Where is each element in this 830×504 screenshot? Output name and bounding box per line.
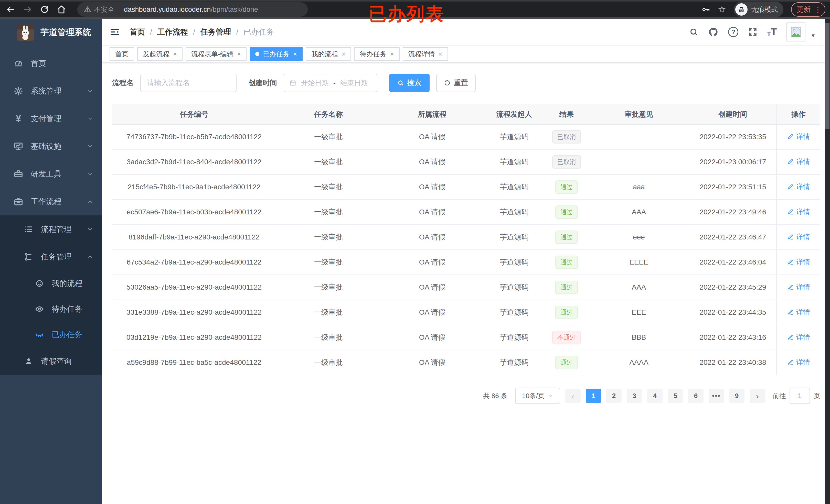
page-button-4[interactable]: 4 [647, 389, 663, 403]
forward-icon[interactable] [23, 5, 32, 14]
date-range-picker[interactable]: 开始日期 - 结束日期 [284, 74, 377, 92]
sidebar-item-leave-query[interactable]: 请假查询 [0, 347, 102, 375]
detail-link[interactable]: 详情 [787, 358, 810, 367]
goto-page-input[interactable] [790, 388, 810, 404]
page-button-2[interactable]: 2 [606, 389, 621, 403]
tab-流程详情[interactable]: 流程详情× [403, 47, 448, 61]
sidebar-item-home[interactable]: 首页 [0, 49, 102, 77]
search-icon[interactable] [689, 27, 698, 37]
detail-link[interactable]: 详情 [787, 132, 810, 141]
page-button-9[interactable]: 9 [729, 389, 744, 403]
task-name-cell: 一级审批 [276, 200, 381, 225]
help-icon[interactable]: ? [728, 27, 738, 37]
sidebar-item-system[interactable]: 系统管理 [0, 77, 102, 105]
breadcrumb-task-mgmt[interactable]: 任务管理 [200, 27, 231, 37]
sidebar-item-workflow[interactable]: 工作流程 [0, 188, 102, 215]
column-header: 流程发起人 [483, 104, 545, 124]
sidebar-item-my-process[interactable]: 我的流程 [0, 271, 102, 296]
detail-link[interactable]: 详情 [787, 182, 810, 191]
close-tab-icon[interactable]: × [342, 51, 345, 57]
avatar-caret-icon[interactable]: ▼ [810, 33, 816, 39]
page-button-5[interactable]: 5 [668, 389, 683, 403]
tab-已办任务[interactable]: 已办任务× [250, 47, 302, 61]
workflow-submenu: 流程管理 任务管理 我的流程 [0, 215, 102, 375]
detail-link[interactable]: 详情 [787, 207, 810, 216]
page-button-1[interactable]: 1 [586, 389, 601, 403]
breadcrumb-workflow[interactable]: 工作流程 [157, 27, 188, 37]
fullscreen-icon[interactable] [748, 27, 757, 37]
breadcrumb-home[interactable]: 首页 [130, 27, 145, 37]
starter-cell: 芋道源码 [483, 300, 545, 325]
action-cell: 详情 [776, 225, 820, 250]
reset-button[interactable]: 重置 [436, 74, 476, 92]
sidebar-item-done-task[interactable]: 已办任务 [0, 322, 102, 347]
dashboard-icon [13, 59, 24, 68]
tab-label: 已办任务 [263, 49, 290, 59]
tab-流程表单-编辑[interactable]: 流程表单-编辑× [186, 47, 247, 61]
address-bar[interactable]: 不安全 dashboard.yudao.iocoder.cn/bpm/task/… [77, 2, 308, 16]
sidebar-item-infra[interactable]: 基础设施 [0, 133, 102, 160]
process-name-input[interactable] [140, 74, 236, 92]
created-time-cell: 2022-01-22 23:51:15 [690, 174, 776, 200]
close-tab-icon[interactable]: × [293, 51, 297, 57]
prev-page-button[interactable]: ‹ [565, 389, 581, 403]
start-date-placeholder[interactable]: 开始日期 [301, 78, 329, 88]
end-date-placeholder[interactable]: 结束日期 [340, 78, 368, 88]
avatar[interactable] [787, 23, 805, 41]
sidebar-item-dev[interactable]: 研发工具 [0, 160, 102, 188]
github-icon[interactable] [708, 27, 719, 37]
column-header: 审批意见 [588, 104, 690, 124]
pagination: 共 86 条 10条/页 ‹ 123456•••9 › 前往 页 [112, 388, 820, 404]
detail-link[interactable]: 详情 [787, 232, 810, 241]
detail-link[interactable]: 详情 [787, 282, 810, 292]
more-pages-button[interactable]: ••• [709, 389, 724, 403]
back-icon[interactable] [6, 5, 15, 14]
close-tab-icon[interactable]: × [237, 51, 241, 57]
tab-首页[interactable]: 首页 [109, 47, 134, 61]
close-tab-icon[interactable]: × [439, 51, 442, 57]
detail-link[interactable]: 详情 [787, 157, 810, 166]
app-logo-row[interactable]: 芋道管理系统 [0, 19, 102, 45]
close-tab-icon[interactable]: × [173, 51, 177, 57]
chevron-up-icon [87, 199, 93, 205]
process-cell: OA 请假 [381, 250, 483, 275]
task-name-cell: 一级审批 [276, 300, 381, 325]
bookmark-star-icon[interactable]: ☆ [718, 4, 726, 15]
monitor-icon [13, 141, 24, 151]
tab-待办任务[interactable]: 待办任务× [354, 47, 400, 61]
scrollbar-thumb[interactable] [825, 23, 829, 129]
sidebar-collapse-icon[interactable] [109, 27, 120, 37]
filter-row: 流程名 创建时间 开始日期 - 结束日期 搜索 重置 [112, 74, 815, 92]
close-tab-icon[interactable]: × [390, 51, 394, 57]
tab-label: 发起流程 [143, 49, 169, 59]
sidebar-item-pay[interactable]: ¥ 支付管理 [0, 105, 102, 133]
tab-发起流程[interactable]: 发起流程× [137, 47, 183, 61]
detail-link[interactable]: 详情 [787, 307, 810, 317]
update-button[interactable]: 更新 ⋮ [791, 2, 825, 16]
result-cell: 不通过 [545, 325, 588, 350]
reload-icon[interactable] [40, 5, 49, 14]
starter-cell: 芋道源码 [483, 174, 545, 200]
page-size-select[interactable]: 10条/页 [515, 388, 560, 404]
browser-menu-icon[interactable]: ⋮ [814, 5, 822, 14]
detail-link[interactable]: 详情 [787, 333, 810, 342]
page-button-6[interactable]: 6 [688, 389, 704, 403]
detail-link[interactable]: 详情 [787, 257, 810, 267]
tab-我的流程[interactable]: 我的流程× [306, 47, 351, 61]
sidebar-item-task-mgmt[interactable]: 任务管理 [0, 243, 102, 271]
action-cell: 详情 [776, 325, 820, 350]
face-icon [34, 279, 45, 288]
next-page-button[interactable]: › [749, 389, 765, 403]
font-size-icon[interactable]: TT [767, 27, 777, 38]
page-button-3[interactable]: 3 [627, 389, 642, 403]
home-icon[interactable] [57, 5, 66, 14]
table-row: 3adac3d2-7b9d-11ec-8404-acde48001122一级审批… [112, 149, 820, 174]
sidebar-item-process-mgmt[interactable]: 流程管理 [0, 215, 102, 243]
password-key-icon[interactable] [701, 5, 710, 14]
sidebar-item-todo-task[interactable]: 待办任务 [0, 296, 102, 322]
task-name-cell: 一级审批 [276, 350, 381, 375]
search-button[interactable]: 搜索 [389, 74, 429, 92]
incognito-label: 无痕模式 [751, 5, 778, 14]
action-cell: 详情 [776, 275, 820, 300]
result-cell: 通过 [545, 300, 588, 325]
